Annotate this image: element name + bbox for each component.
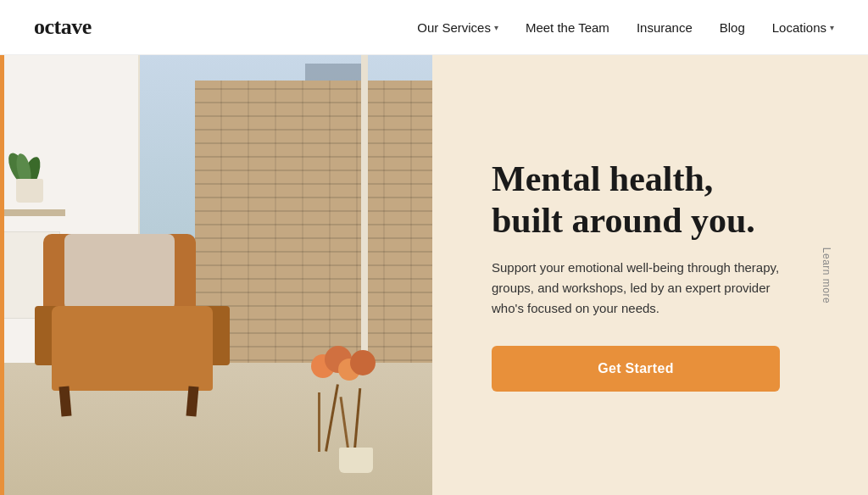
chevron-down-icon: ▾ bbox=[494, 23, 498, 32]
hero-headline: Mental health, built around you. bbox=[492, 159, 780, 241]
chevron-down-icon: ▾ bbox=[830, 23, 834, 32]
room-scene bbox=[0, 55, 432, 495]
nav-blog[interactable]: Blog bbox=[720, 20, 745, 35]
nav-team[interactable]: Meet the Team bbox=[526, 20, 609, 35]
hero-content: Mental health, built around you. Support… bbox=[432, 55, 868, 495]
get-started-button[interactable]: Get Started bbox=[492, 346, 780, 392]
nav-locations[interactable]: Locations ▾ bbox=[772, 20, 834, 35]
nav-insurance[interactable]: Insurance bbox=[637, 20, 693, 35]
main-nav: Our Services ▾ Meet the Team Insurance B… bbox=[417, 20, 834, 35]
shelf bbox=[0, 209, 65, 216]
chair-seat bbox=[52, 306, 213, 391]
pot-body bbox=[16, 179, 43, 203]
learn-more-link[interactable]: Learn more bbox=[821, 247, 832, 303]
flower-stem-3 bbox=[339, 397, 349, 452]
armchair bbox=[35, 247, 255, 416]
site-header: octave Our Services ▾ Meet the Team Insu… bbox=[0, 0, 868, 55]
hero-section: Mental health, built around you. Support… bbox=[0, 55, 868, 495]
orange-accent-strip bbox=[0, 55, 4, 495]
petal-4 bbox=[350, 350, 376, 375]
plant-pot bbox=[4, 152, 55, 203]
hero-image bbox=[0, 55, 432, 495]
flower-vase bbox=[339, 448, 373, 473]
flower-stem-2 bbox=[325, 384, 339, 451]
chair-cushion bbox=[64, 234, 175, 310]
content-inner: Mental health, built around you. Support… bbox=[492, 159, 780, 392]
chair-leg-right bbox=[186, 386, 198, 416]
logo[interactable]: octave bbox=[34, 14, 92, 40]
flower-stem-1 bbox=[318, 392, 320, 452]
flower-arrangement bbox=[301, 354, 411, 473]
nav-services[interactable]: Our Services ▾ bbox=[417, 20, 498, 35]
hero-subtext: Support your emotional well-being throug… bbox=[492, 258, 780, 319]
flower-stem-4 bbox=[353, 388, 361, 452]
